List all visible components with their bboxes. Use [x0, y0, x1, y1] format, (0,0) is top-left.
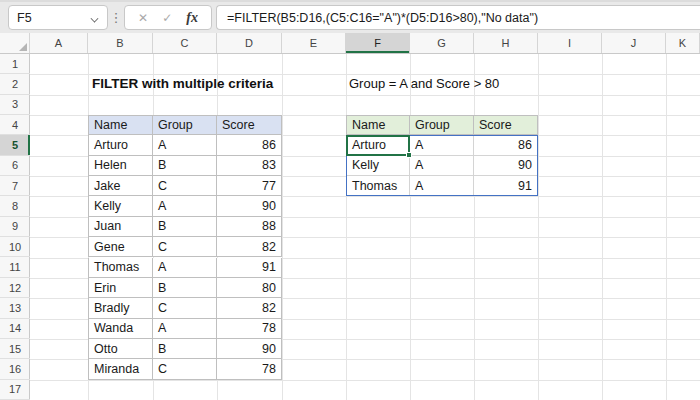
row-header-17[interactable]: 17 [0, 380, 30, 400]
cell-B12[interactable]: Erin [88, 278, 153, 298]
cell-C8[interactable]: A [153, 196, 217, 216]
cell-B16[interactable]: Miranda [88, 359, 153, 379]
column-header-B[interactable]: B [88, 33, 153, 53]
cell-G6[interactable]: A [410, 156, 474, 176]
cell-C13[interactable]: C [153, 298, 217, 318]
cell-C12[interactable]: B [153, 278, 217, 298]
enter-icon[interactable]: ✓ [162, 12, 172, 24]
cell-F7[interactable]: Thomas [346, 176, 410, 196]
sheet-grid: 1234567891011121314151617 FILTER with mu… [0, 54, 700, 400]
row-header-8[interactable]: 8 [0, 196, 30, 216]
cell-G7[interactable]: A [410, 176, 474, 196]
sheet-title[interactable]: FILTER with multiple criteria [92, 74, 273, 94]
fill-handle[interactable] [406, 152, 412, 158]
cell-D15[interactable]: 90 [217, 339, 282, 359]
insert-function-icon[interactable]: fx [186, 11, 198, 25]
cell-D14[interactable]: 78 [217, 319, 282, 339]
cell-C5[interactable]: A [153, 135, 217, 155]
cell-C9[interactable]: B [153, 217, 217, 237]
cell-C10[interactable]: C [153, 237, 217, 257]
row-header-7[interactable]: 7 [0, 176, 30, 196]
cell-B15[interactable]: Otto [88, 339, 153, 359]
row-header-16[interactable]: 16 [0, 359, 30, 379]
cell-B5[interactable]: Arturo [88, 135, 153, 155]
gridline [410, 54, 411, 400]
formula-buttons: ✕ ✓ fx [124, 5, 212, 30]
excel-window: F5 ⋮ ✕ ✓ fx =FILTER(B5:D16,(C5:C16="A")*… [0, 0, 700, 400]
cell-C6[interactable]: B [153, 156, 217, 176]
cell-C7[interactable]: C [153, 176, 217, 196]
cell-C11[interactable]: A [153, 258, 217, 278]
more-options-icon: ⋮ [109, 10, 123, 25]
cell-C14[interactable]: A [153, 319, 217, 339]
cell-D8[interactable]: 90 [217, 196, 282, 216]
cell-B10[interactable]: Gene [88, 237, 153, 257]
cell-D4[interactable]: Score [217, 115, 282, 135]
row-header-13[interactable]: 13 [0, 298, 30, 318]
column-header-K[interactable]: K [666, 33, 700, 53]
cell-H4[interactable]: Score [474, 115, 538, 135]
row-header-15[interactable]: 15 [0, 339, 30, 359]
row-header-10[interactable]: 10 [0, 237, 30, 257]
column-header-D[interactable]: D [217, 33, 282, 53]
cell-F5[interactable]: Arturo [346, 135, 410, 155]
cell-B13[interactable]: Bradly [88, 298, 153, 318]
row-header-12[interactable]: 12 [0, 278, 30, 298]
cell-D13[interactable]: 82 [217, 298, 282, 318]
cell-reference: F5 [17, 11, 32, 25]
cell-D7[interactable]: 77 [217, 176, 282, 196]
cell-F4[interactable]: Name [346, 115, 410, 135]
formula-bar: F5 ⋮ ✕ ✓ fx =FILTER(B5:D16,(C5:C16="A")*… [0, 0, 700, 33]
row-header-1[interactable]: 1 [0, 54, 30, 74]
column-header-H[interactable]: H [474, 33, 538, 53]
cell-B7[interactable]: Jake [88, 176, 153, 196]
column-header-J[interactable]: J [602, 33, 666, 53]
cell-C16[interactable]: C [153, 359, 217, 379]
row-header-4[interactable]: 4 [0, 115, 30, 135]
cell-C15[interactable]: B [153, 339, 217, 359]
cell-D11[interactable]: 91 [217, 258, 282, 278]
column-header-G[interactable]: G [410, 33, 474, 53]
cell-B6[interactable]: Helen [88, 156, 153, 176]
select-all-triangle-icon [19, 43, 27, 51]
cell-B14[interactable]: Wanda [88, 319, 153, 339]
column-header-F[interactable]: F [346, 33, 410, 53]
cancel-icon[interactable]: ✕ [138, 12, 148, 24]
cell-G4[interactable]: Group [410, 115, 474, 135]
result-caption[interactable]: Group = A and Score > 80 [349, 74, 499, 94]
chevron-down-icon[interactable] [91, 14, 99, 22]
cell-H6[interactable]: 90 [474, 156, 538, 176]
cell-F6[interactable]: Kelly [346, 156, 410, 176]
cell-G5[interactable]: A [410, 135, 474, 155]
select-all-corner[interactable] [0, 33, 30, 53]
cell-C4[interactable]: Group [153, 115, 217, 135]
column-header-E[interactable]: E [282, 33, 346, 53]
formula-input[interactable]: =FILTER(B5:D16,(C5:C16="A")*(D5:D16>80),… [216, 5, 700, 30]
cell-B8[interactable]: Kelly [88, 196, 153, 216]
column-header-A[interactable]: A [30, 33, 88, 53]
cell-D16[interactable]: 78 [217, 359, 282, 379]
gridline [474, 54, 475, 400]
column-header-C[interactable]: C [153, 33, 217, 53]
cell-B9[interactable]: Juan [88, 217, 153, 237]
gridline [346, 54, 347, 400]
row-header-14[interactable]: 14 [0, 319, 30, 339]
cell-H7[interactable]: 91 [474, 176, 538, 196]
cell-B4[interactable]: Name [88, 115, 153, 135]
row-header-11[interactable]: 11 [0, 258, 30, 278]
row-header-6[interactable]: 6 [0, 156, 30, 176]
gridline [602, 54, 603, 400]
column-header-I[interactable]: I [538, 33, 602, 53]
cell-B11[interactable]: Thomas [88, 258, 153, 278]
row-header-2[interactable]: 2 [0, 74, 30, 94]
cell-D12[interactable]: 80 [217, 278, 282, 298]
cell-D10[interactable]: 82 [217, 237, 282, 257]
cell-D6[interactable]: 83 [217, 156, 282, 176]
row-header-3[interactable]: 3 [0, 95, 30, 115]
row-header-5[interactable]: 5 [0, 135, 30, 155]
cell-H5[interactable]: 86 [474, 135, 538, 155]
cell-D9[interactable]: 88 [217, 217, 282, 237]
cell-D5[interactable]: 86 [217, 135, 282, 155]
row-header-9[interactable]: 9 [0, 217, 30, 237]
name-box[interactable]: F5 [8, 5, 108, 30]
